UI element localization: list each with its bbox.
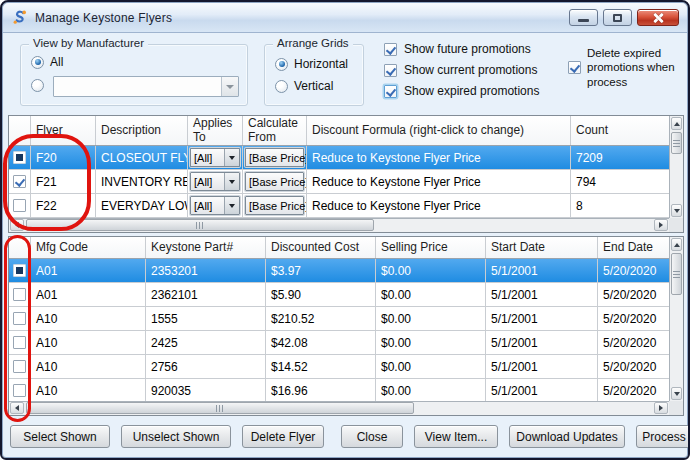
- item-cell-mfg-code[interactable]: A01: [31, 283, 146, 306]
- item-cell-mfg-code[interactable]: A10: [31, 307, 146, 330]
- scroll-left-icon[interactable]: [10, 402, 24, 414]
- flyer-cell-description[interactable]: INVENTORY REDUCTION: [96, 170, 188, 193]
- download-updates-button[interactable]: Download Updates: [509, 425, 625, 448]
- applies-to-dropdown[interactable]: [All]: [190, 172, 240, 191]
- item-cell-start-date[interactable]: 5/1/2001: [486, 379, 598, 401]
- row-checkbox-cell[interactable]: [9, 146, 31, 169]
- item-cell-selling-price[interactable]: $0.00: [376, 259, 486, 282]
- radio-view-manufacturer[interactable]: [31, 79, 44, 92]
- radio-vertical[interactable]: Vertical: [275, 79, 333, 93]
- flyer-header-calculate-from[interactable]: Calculate From: [243, 116, 307, 145]
- flyer-header-count[interactable]: Count: [571, 116, 669, 145]
- item-cell-selling-price[interactable]: $0.00: [376, 355, 486, 378]
- item-cell-start-date[interactable]: 5/1/2001: [486, 355, 598, 378]
- flyer-cell-formula[interactable]: Reduce to Keystone Flyer Price: [307, 194, 571, 217]
- item-cell-end-date[interactable]: 5/20/2020: [598, 259, 669, 282]
- checkbox-show-expired[interactable]: Show expired promotions: [384, 84, 539, 98]
- item-cell-discounted-cost[interactable]: $3.97: [266, 259, 376, 282]
- item-cell-end-date[interactable]: 5/20/2020: [598, 331, 669, 354]
- item-grid-vertical-scrollbar[interactable]: [669, 237, 683, 401]
- item-cell-selling-price[interactable]: $0.00: [376, 331, 486, 354]
- item-grid-row[interactable]: A012362101$5.90$0.005/1/20015/20/2020: [9, 283, 669, 307]
- flyer-grid-row[interactable]: F21INVENTORY REDUCTION[All][Base Price]R…: [9, 170, 669, 194]
- item-cell-mfg-code[interactable]: A01: [31, 259, 146, 282]
- item-grid-row[interactable]: A102756$14.52$0.005/1/20015/20/2020: [9, 355, 669, 379]
- flyer-cell-formula[interactable]: Reduce to Keystone Flyer Price: [307, 146, 571, 169]
- item-cell-discounted-cost[interactable]: $5.90: [266, 283, 376, 306]
- delete-flyer-button[interactable]: Delete Flyer: [242, 425, 324, 448]
- row-checkbox-cell[interactable]: [9, 379, 31, 401]
- scroll-up-icon[interactable]: [671, 117, 682, 130]
- flyer-header-description[interactable]: Description: [96, 116, 188, 145]
- unselect-shown-button[interactable]: Unselect Shown: [121, 425, 231, 448]
- item-cell-end-date[interactable]: 5/20/2020: [598, 307, 669, 330]
- row-checkbox-cell[interactable]: [9, 355, 31, 378]
- flyer-cell-flyer[interactable]: F22: [31, 194, 96, 217]
- flyer-header-discount-formula[interactable]: Discount Formula (right-click to change): [307, 116, 571, 145]
- item-cell-selling-price[interactable]: $0.00: [376, 283, 486, 306]
- process-button[interactable]: Process: [636, 425, 690, 448]
- row-checkbox-cell[interactable]: [9, 331, 31, 354]
- row-checkbox-cell[interactable]: [9, 170, 31, 193]
- item-header-keystone-part[interactable]: Keystone Part#: [146, 237, 266, 258]
- row-checkbox-cell[interactable]: [9, 259, 31, 282]
- item-grid-row[interactable]: A10920035$16.96$0.005/1/20015/20/2020: [9, 379, 669, 401]
- item-cell-keystone-part[interactable]: 2425: [146, 331, 266, 354]
- row-checkbox-icon[interactable]: [13, 360, 26, 373]
- item-cell-start-date[interactable]: 5/1/2001: [486, 331, 598, 354]
- scroll-down-icon[interactable]: [671, 387, 682, 400]
- scroll-down-icon[interactable]: [671, 204, 682, 217]
- row-checkbox-icon[interactable]: [13, 175, 26, 188]
- flyer-grid-row[interactable]: F20CLOSEOUT FLYER[All][Base Price]Reduce…: [9, 146, 669, 170]
- chevron-down-icon[interactable]: [224, 173, 239, 190]
- flyer-grid-row[interactable]: F22EVERYDAY LOW PRICE[All][Base Price]Re…: [9, 194, 669, 218]
- item-cell-start-date[interactable]: 5/1/2001: [486, 259, 598, 282]
- item-grid-horizontal-scrollbar[interactable]: [9, 401, 669, 415]
- item-cell-selling-price[interactable]: $0.00: [376, 379, 486, 401]
- item-cell-end-date[interactable]: 5/20/2020: [598, 283, 669, 306]
- item-cell-discounted-cost[interactable]: $16.96: [266, 379, 376, 401]
- item-cell-mfg-code[interactable]: A10: [31, 355, 146, 378]
- item-header-selling-price[interactable]: Selling Price: [376, 237, 486, 258]
- checkbox-show-current[interactable]: Show current promotions: [384, 63, 539, 77]
- radio-view-all[interactable]: All: [31, 55, 63, 69]
- row-checkbox-cell[interactable]: [9, 307, 31, 330]
- item-cell-discounted-cost[interactable]: $14.52: [266, 355, 376, 378]
- item-cell-selling-price[interactable]: $0.00: [376, 307, 486, 330]
- scrollbar-thumb[interactable]: [671, 132, 682, 154]
- minimize-button[interactable]: [569, 9, 598, 26]
- close-dialog-button[interactable]: Close: [341, 425, 403, 448]
- scrollbar-thumb[interactable]: [671, 253, 682, 295]
- item-header-discounted-cost[interactable]: Discounted Cost: [266, 237, 376, 258]
- calculate-from-dropdown[interactable]: [Base Price]: [245, 196, 304, 215]
- flyer-cell-description[interactable]: EVERYDAY LOW PRICE: [96, 194, 188, 217]
- item-cell-keystone-part[interactable]: 2756: [146, 355, 266, 378]
- flyer-cell-formula[interactable]: Reduce to Keystone Flyer Price: [307, 170, 571, 193]
- flyer-cell-count[interactable]: 794: [571, 170, 669, 193]
- item-header-mfg-code[interactable]: Mfg Code: [31, 237, 146, 258]
- calculate-from-dropdown[interactable]: [Base Price]: [245, 148, 304, 167]
- item-grid-row[interactable]: A012353201$3.97$0.005/1/20015/20/2020: [9, 259, 669, 283]
- manufacturer-select[interactable]: [53, 76, 239, 97]
- row-checkbox-icon[interactable]: [13, 288, 26, 301]
- flyer-grid-horizontal-scrollbar[interactable]: [9, 218, 669, 232]
- checkbox-delete-expired[interactable]: Delete expired promotions when process: [568, 46, 686, 89]
- item-cell-start-date[interactable]: 5/1/2001: [486, 283, 598, 306]
- item-cell-keystone-part[interactable]: 2362101: [146, 283, 266, 306]
- chevron-down-icon[interactable]: [221, 77, 238, 96]
- flyer-cell-flyer[interactable]: F21: [31, 170, 96, 193]
- item-grid-row[interactable]: A101555$210.52$0.005/1/20015/20/2020: [9, 307, 669, 331]
- item-header-end-date[interactable]: End Date: [598, 237, 669, 258]
- item-cell-keystone-part[interactable]: 1555: [146, 307, 266, 330]
- applies-to-dropdown[interactable]: [All]: [190, 148, 240, 167]
- row-checkbox-icon[interactable]: [13, 199, 26, 212]
- row-checkbox-icon[interactable]: [13, 336, 26, 349]
- item-cell-end-date[interactable]: 5/20/2020: [598, 379, 669, 401]
- item-cell-keystone-part[interactable]: 920035: [146, 379, 266, 401]
- scroll-right-icon[interactable]: [654, 219, 668, 231]
- select-shown-button[interactable]: Select Shown: [10, 425, 110, 448]
- item-header-start-date[interactable]: Start Date: [486, 237, 598, 258]
- flyer-header-flyer[interactable]: Flyer: [31, 116, 96, 145]
- scroll-up-icon[interactable]: [671, 238, 682, 251]
- chevron-down-icon[interactable]: [224, 197, 239, 214]
